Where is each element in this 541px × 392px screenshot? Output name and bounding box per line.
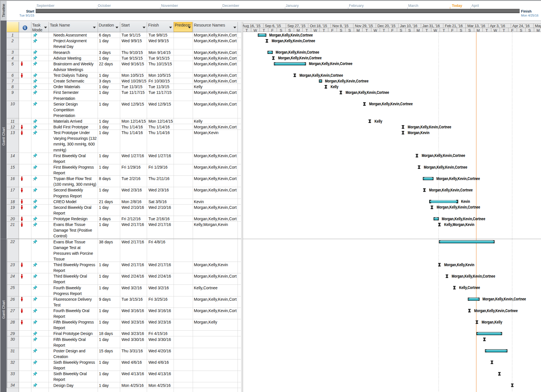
svg-text:Morgan,Kelly,Kevin,Cortnee: Morgan,Kelly,Kevin,Cortnee (437, 176, 480, 181)
svg-text:Morgan,Kevin: Morgan,Kevin (408, 130, 429, 135)
svg-text:Morgan,Kelly,Kevin,Cortnee: Morgan,Kelly,Kevin,Cortnee (408, 125, 451, 129)
svg-text:Morgan,Kelly,Kevin,Cortnee: Morgan,Kelly,Kevin,Cortnee (482, 297, 526, 301)
svg-text:Kelly,Cortnee: Kelly,Cortnee (459, 285, 480, 290)
svg-text:Morgan,Kelly,Kevin,Cortnee: Morgan,Kelly,Kevin,Cortnee (269, 33, 313, 37)
svg-text:Morgan,Kelly,Kevin,Cortnee: Morgan,Kelly,Kevin,Cortnee (474, 308, 518, 313)
svg-text:Kelly: Kelly (375, 119, 383, 124)
svg-text:Kelly: Kelly (331, 84, 339, 89)
svg-text:Morgan,Kelly,Kevin,Cortnee: Morgan,Kelly,Kevin,Cortnee (452, 274, 495, 278)
svg-text:Morgan,Kelly,Kevin,Cortnee: Morgan,Kelly,Kevin,Cortnee (271, 39, 315, 43)
svg-text:Morgan,Kelly,Kevin,Cortnee: Morgan,Kelly,Kevin,Cortnee (437, 205, 480, 209)
svg-text:Morgan,Kelly,Kevin: Morgan,Kelly,Kevin (444, 262, 474, 267)
svg-text:Morgan,Kelly,Kevin,Cortnee: Morgan,Kelly,Kevin,Cortnee (278, 56, 322, 60)
svg-text:Morgan,Kelly,Kevin,Cortnee: Morgan,Kelly,Kevin,Cortnee (276, 50, 319, 54)
svg-text:Morgan,Kelly: Morgan,Kelly (482, 320, 502, 324)
svg-text:Morgan,Kelly,Kevin,Cortnee: Morgan,Kelly,Kevin,Cortnee (442, 217, 485, 221)
svg-text:Morgan,Kelly,Kevin,Cortnee: Morgan,Kelly,Kevin,Cortnee (325, 79, 369, 83)
svg-text:Morgan,Kelly,Kevin,Cortnee: Morgan,Kelly,Kevin,Cortnee (369, 102, 413, 106)
svg-text:Kevin: Kevin (461, 199, 470, 204)
svg-text:Kelly,Morgan,Kevin: Kelly,Morgan,Kevin (444, 222, 474, 227)
svg-text:Morgan,Kelly,Kevin,Cortnee: Morgan,Kelly,Kevin,Cortnee (429, 188, 473, 192)
svg-text:Morgan,Kelly,Kevin,Cortnee: Morgan,Kelly,Kevin,Cortnee (422, 153, 465, 158)
svg-text:Morgan,Kelly,Kevin,Cortnee: Morgan,Kelly,Kevin,Cortnee (309, 61, 353, 66)
svg-text:Morgan,Kelly,Kevin,Cortnee: Morgan,Kelly,Kevin,Cortnee (424, 165, 467, 169)
svg-text:Morgan,Kelly,Kevin,Cortnee: Morgan,Kelly,Kevin,Cortnee (345, 90, 389, 95)
svg-text:Morgan,Kelly,Kevin,Cortnee: Morgan,Kelly,Kevin,Cortnee (299, 73, 343, 78)
